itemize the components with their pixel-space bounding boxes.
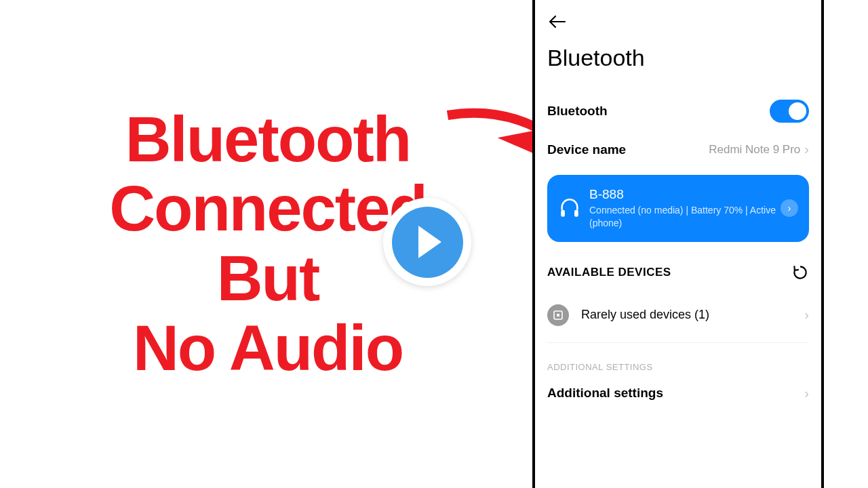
chevron-right-icon: › [788, 203, 791, 214]
device-name-label: Device name [547, 142, 626, 157]
phone-screenshot: Bluetooth Bluetooth Device name Redmi No… [532, 0, 824, 488]
connected-device-card[interactable]: B-888 Connected (no media) | Battery 70%… [547, 175, 809, 242]
back-button[interactable] [547, 12, 809, 45]
back-arrow-icon [549, 15, 566, 28]
svg-rect-1 [574, 210, 578, 217]
additional-settings-row[interactable]: Additional settings › [547, 378, 809, 409]
device-name-value: Redmi Note 9 Pro [709, 143, 800, 157]
bluetooth-toggle-row[interactable]: Bluetooth [547, 90, 809, 132]
refresh-icon[interactable] [791, 264, 809, 281]
rarely-used-label: Rarely used devices (1) [581, 308, 804, 322]
additional-settings-header: ADDITIONAL SETTINGS [547, 343, 809, 378]
connected-device-name: B-888 [589, 187, 781, 202]
chevron-right-icon: › [804, 386, 809, 401]
headphones-icon [558, 197, 581, 220]
headline-line-2: Connected [109, 176, 427, 243]
bluetooth-toggle-label: Bluetooth [547, 104, 608, 119]
rarely-used-row[interactable]: Rarely used devices (1) › [547, 295, 809, 343]
device-group-icon [547, 304, 569, 326]
headline-text: Bluetooth Connected But No Audio [109, 104, 427, 385]
play-button[interactable] [383, 198, 471, 286]
play-icon [392, 207, 463, 278]
available-devices-header: AVAILABLE DEVICES [547, 266, 671, 279]
svg-rect-3 [557, 314, 559, 317]
page-title: Bluetooth [547, 45, 809, 90]
chevron-right-icon: › [804, 307, 809, 323]
device-detail-button[interactable]: › [781, 199, 798, 217]
headline-line-1: Bluetooth [109, 106, 427, 174]
connected-device-status: Connected (no media) | Battery 70% | Act… [589, 204, 781, 230]
bluetooth-toggle[interactable] [770, 100, 809, 123]
additional-settings-label: Additional settings [547, 386, 663, 401]
headline-line-3: But [109, 245, 427, 312]
headline-line-4: No Audio [109, 315, 427, 382]
device-name-row[interactable]: Device name Redmi Note 9 Pro › [547, 132, 809, 171]
chevron-right-icon: › [804, 142, 809, 157]
svg-rect-0 [561, 210, 565, 217]
